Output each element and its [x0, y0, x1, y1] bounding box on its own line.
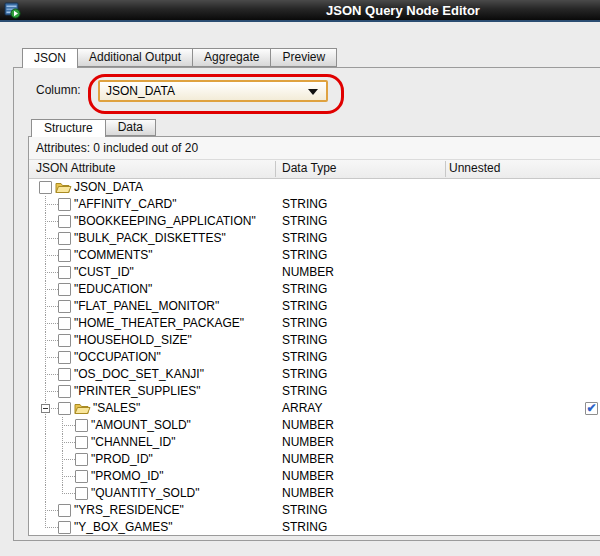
- tree-row[interactable]: "HOME_THEATER_PACKAGE"STRING: [29, 315, 600, 332]
- attribute-checkbox[interactable]: [75, 436, 88, 449]
- attribute-checkbox[interactable]: [58, 283, 71, 296]
- data-type-cell: STRING: [282, 502, 327, 519]
- tree-row[interactable]: "COMMENTS"STRING: [29, 247, 600, 264]
- tree-guide-line: [45, 340, 58, 341]
- tree-node-label: "CUST_ID": [74, 264, 134, 281]
- column-header-data-type[interactable]: Data Type: [282, 160, 336, 177]
- tree-node-label: "Y_BOX_GAMES": [74, 519, 173, 536]
- data-type-cell: NUMBER: [282, 485, 334, 502]
- tree-guide-line: [45, 306, 58, 307]
- tree-row[interactable]: "BOOKKEEPING_APPLICATION"STRING: [29, 213, 600, 230]
- attribute-checkbox[interactable]: [58, 266, 71, 279]
- tree-node-label: "OCCUPATION": [74, 349, 161, 366]
- tree-guide-line: [62, 442, 75, 443]
- attribute-checkbox[interactable]: [58, 368, 71, 381]
- tree-guide-line: [45, 204, 58, 205]
- tree-guide-line: [45, 510, 58, 511]
- tree-guide-line: [45, 451, 46, 468]
- json-tab-panel: Column: JSON_DATA StructureData Attribut…: [13, 67, 600, 541]
- tree-row[interactable]: "AFFINITY_CARD"STRING: [29, 196, 600, 213]
- attribute-checkbox[interactable]: [58, 402, 71, 415]
- tree-guide-line: [45, 238, 58, 239]
- data-type-cell: STRING: [282, 281, 327, 298]
- tree-guide-line: [62, 493, 75, 494]
- tree-guide-line: [45, 289, 58, 290]
- attribute-checkbox[interactable]: [58, 198, 71, 211]
- column-header-unnested[interactable]: Unnested: [449, 160, 500, 177]
- tree-node-label: "EDUCATION": [74, 281, 152, 298]
- tree-row[interactable]: "CUST_ID"NUMBER: [29, 264, 600, 281]
- tab-json[interactable]: JSON: [22, 48, 78, 68]
- attribute-checkbox[interactable]: [58, 215, 71, 228]
- tree-node-label: "PROD_ID": [91, 451, 153, 468]
- structure-panel: Attributes: 0 included out of 20 JSON At…: [28, 136, 600, 536]
- tree-node-label: JSON_DATA: [74, 179, 143, 196]
- tree-row[interactable]: "CHANNEL_ID"NUMBER: [29, 434, 600, 451]
- column-combobox[interactable]: JSON_DATA: [98, 80, 328, 102]
- attribute-checkbox[interactable]: [58, 351, 71, 364]
- attribute-checkbox[interactable]: [58, 521, 71, 534]
- attribute-checkbox[interactable]: [58, 232, 71, 245]
- data-type-cell: STRING: [282, 298, 327, 315]
- tree-node-label: "FLAT_PANEL_MONITOR": [74, 298, 219, 315]
- data-type-cell: STRING: [282, 196, 327, 213]
- tree-row[interactable]: "AMOUNT_SOLD"NUMBER: [29, 417, 600, 434]
- attribute-checkbox[interactable]: [75, 419, 88, 432]
- tree-row[interactable]: "OS_DOC_SET_KANJI"STRING: [29, 366, 600, 383]
- tree-guide-line: [62, 425, 75, 426]
- attribute-checkbox[interactable]: [75, 453, 88, 466]
- tree-guide-line: [62, 459, 75, 460]
- tree-row[interactable]: "EDUCATION"STRING: [29, 281, 600, 298]
- tree-node-label: "QUANTITY_SOLD": [91, 485, 200, 502]
- attribute-checkbox[interactable]: [58, 317, 71, 330]
- tree-node-label: "CHANNEL_ID": [91, 434, 176, 451]
- column-combobox-value: JSON_DATA: [106, 84, 175, 98]
- collapse-expander-icon[interactable]: [41, 404, 50, 413]
- json-query-node-editor-window: JSON Query Node Editor JSONAdditional Ou…: [0, 0, 600, 556]
- column-label: Column:: [36, 83, 81, 97]
- tree-row[interactable]: "OCCUPATION"STRING: [29, 349, 600, 366]
- tree-node-label: "YRS_RESIDENCE": [74, 502, 184, 519]
- data-type-cell: STRING: [282, 383, 327, 400]
- tree-row[interactable]: "Y_BOX_GAMES"STRING: [29, 519, 600, 536]
- tree-guide-line: [45, 357, 58, 358]
- subtab-structure[interactable]: Structure: [31, 119, 106, 137]
- subtab-data[interactable]: Data: [106, 119, 156, 136]
- tree-guide-line: [45, 417, 46, 434]
- tree-row[interactable]: "QUANTITY_SOLD"NUMBER: [29, 485, 600, 502]
- unnested-checkbox[interactable]: ✔: [585, 402, 598, 415]
- attribute-checkbox[interactable]: [58, 334, 71, 347]
- tree-row[interactable]: "HOUSEHOLD_SIZE"STRING: [29, 332, 600, 349]
- tree-guide-line: [45, 374, 58, 375]
- tab-additional-output[interactable]: Additional Output: [78, 48, 193, 67]
- attribute-checkbox[interactable]: [75, 487, 88, 500]
- tree-node-label: "PRINTER_SUPPLIES": [74, 383, 201, 400]
- data-type-cell: NUMBER: [282, 264, 334, 281]
- attribute-checkbox[interactable]: [58, 504, 71, 517]
- table-header-row: JSON AttributeData TypeUnnested: [29, 160, 600, 179]
- tree-row[interactable]: "PROD_ID"NUMBER: [29, 451, 600, 468]
- attribute-checkbox[interactable]: [58, 300, 71, 313]
- titlebar: JSON Query Node Editor: [0, 0, 600, 22]
- data-type-cell: STRING: [282, 213, 327, 230]
- tab-aggregate[interactable]: Aggregate: [193, 48, 271, 67]
- tree-node-label: "HOUSEHOLD_SIZE": [74, 332, 192, 349]
- tree-row[interactable]: "SALES"ARRAY✔: [29, 400, 600, 417]
- tree-guide-line: [45, 272, 58, 273]
- attribute-checkbox[interactable]: [58, 249, 71, 262]
- dropdown-arrow-icon[interactable]: [308, 89, 318, 95]
- attribute-checkbox[interactable]: [75, 470, 88, 483]
- tree-node-label: "SALES": [93, 400, 140, 417]
- column-header-json-attribute[interactable]: JSON Attribute: [36, 160, 115, 177]
- tree-row[interactable]: "PRINTER_SUPPLIES"STRING: [29, 383, 600, 400]
- tree-row[interactable]: "YRS_RESIDENCE"STRING: [29, 502, 600, 519]
- data-type-cell: STRING: [282, 519, 327, 536]
- tab-preview[interactable]: Preview: [271, 48, 337, 67]
- attribute-checkbox[interactable]: [58, 385, 71, 398]
- tree-row[interactable]: "BULK_PACK_DISKETTES"STRING: [29, 230, 600, 247]
- tree-row[interactable]: "FLAT_PANEL_MONITOR"STRING: [29, 298, 600, 315]
- column-separator: [275, 161, 276, 177]
- tree-row[interactable]: "PROMO_ID"NUMBER: [29, 468, 600, 485]
- attribute-checkbox[interactable]: [39, 181, 52, 194]
- tree-row[interactable]: JSON_DATA: [29, 179, 600, 196]
